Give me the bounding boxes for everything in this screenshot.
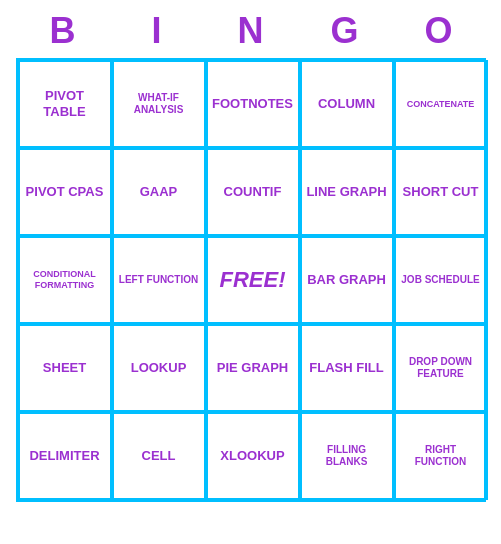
cell-r1c5: CONCATENATE <box>394 60 488 148</box>
cell-r5c2: CELL <box>112 412 206 500</box>
cell-r4c3: PIE GRAPH <box>206 324 300 412</box>
cell-r3c4: BAR GRAPH <box>300 236 394 324</box>
cell-r1c1: PIVOT TABLE <box>18 60 112 148</box>
cell-r4c2: LOOKUP <box>112 324 206 412</box>
bingo-grid: PIVOT TABLEWHAT-IF ANALYSISFOOTNOTESCOLU… <box>16 58 486 502</box>
bingo-title: B I N G O <box>16 0 486 58</box>
cell-r4c4: FLASH FILL <box>300 324 394 412</box>
cell-r3c2: LEFT FUNCTION <box>112 236 206 324</box>
cell-r3c5: JOB SCHEDULE <box>394 236 488 324</box>
letter-g: G <box>317 10 373 52</box>
cell-r2c2: GAAP <box>112 148 206 236</box>
cell-r4c1: SHEET <box>18 324 112 412</box>
cell-r5c3: XLOOKUP <box>206 412 300 500</box>
cell-r5c1: DELIMITER <box>18 412 112 500</box>
cell-r5c4: FILLING BLANKS <box>300 412 394 500</box>
cell-r4c5: DROP DOWN FEATURE <box>394 324 488 412</box>
cell-r2c4: LINE GRAPH <box>300 148 394 236</box>
cell-r2c1: PIVOT CPAs <box>18 148 112 236</box>
cell-r2c5: SHORT CUT <box>394 148 488 236</box>
cell-r5c5: RIGHT FUNCTION <box>394 412 488 500</box>
cell-r1c4: COLUMN <box>300 60 394 148</box>
letter-n: N <box>223 10 279 52</box>
letter-i: I <box>129 10 185 52</box>
cell-r3c1: CONDITIONAL FORMATTING <box>18 236 112 324</box>
letter-o: O <box>411 10 467 52</box>
letter-b: B <box>35 10 91 52</box>
cell-r1c3: FOOTNOTES <box>206 60 300 148</box>
cell-r1c2: WHAT-IF ANALYSIS <box>112 60 206 148</box>
cell-r3c3: Free! <box>206 236 300 324</box>
cell-r2c3: COUNTIF <box>206 148 300 236</box>
